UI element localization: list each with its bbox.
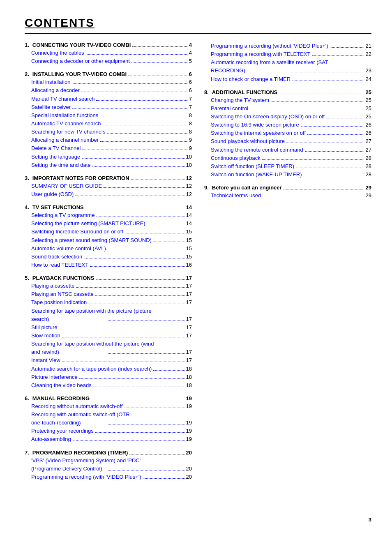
list-item: Automatic recording from a satellite rec…	[204, 58, 371, 75]
list-item: Cleaning the video heads18	[25, 381, 192, 390]
list-item: How to check or change a TIMER24	[204, 75, 371, 83]
section: 3.IMPORTANT NOTES FOR OPERATION12SUMMARY…	[25, 175, 192, 198]
list-item: Automatic volume control (AVL)15	[25, 244, 192, 253]
section-header: 1.CONNECTING YOUR TV-VIDEO COMBI4	[25, 42, 192, 48]
list-item: Automatic TV channel search8	[25, 120, 192, 128]
list-item: Programming a recording (without 'VIDEO …	[204, 42, 371, 50]
section-page: 6	[189, 71, 192, 77]
section-title: MANUAL RECORDING	[32, 395, 90, 401]
list-item: Selecting a TV programme14	[25, 211, 192, 219]
left-column: 1.CONNECTING YOUR TV-VIDEO COMBI4Connect…	[25, 42, 192, 487]
page-number: 3	[369, 517, 371, 523]
list-item: Setting the time and date10	[25, 161, 192, 169]
section-header: 3.IMPORTANT NOTES FOR OPERATION12	[25, 175, 192, 181]
section-title: IMPORTANT NOTES FOR OPERATION	[32, 175, 129, 181]
section-page: 25	[366, 89, 371, 95]
section: Programming a recording (without 'VIDEO …	[204, 42, 371, 83]
section-title: TV SET FUNCTIONS	[32, 204, 84, 210]
list-item: Special installation functions8	[25, 111, 192, 120]
section-title: INSTALLING YOUR TV-VIDEO COMBI	[32, 71, 127, 77]
section-number: 1.	[25, 42, 29, 48]
list-item: Recording with automatic switch-off (OTR…	[25, 410, 192, 427]
list-item: Automatic search for a tape position (in…	[25, 365, 192, 373]
section-number: 9.	[204, 184, 209, 191]
list-item: Switching the On-screen display (OSD) on…	[204, 113, 371, 121]
list-item: Parental control25	[204, 104, 371, 113]
section-header: 4.TV SET FUNCTIONS14	[25, 204, 192, 210]
list-item: Searching for tape position with the pic…	[25, 307, 192, 323]
section-page: 17	[186, 275, 192, 281]
section-header: 6.MANUAL RECORDING19	[25, 395, 192, 401]
list-item: Auto-assembling19	[25, 435, 192, 443]
list-item: Searching for new TV channels8	[25, 128, 192, 136]
list-item: Sound playback without picture27	[204, 137, 371, 145]
list-item: User guide (OSD)12	[25, 190, 192, 198]
list-item: Slow motion17	[25, 332, 192, 340]
list-item: Recording without automatic switch-off19	[25, 402, 192, 410]
list-item: Switching the internal speakers on or of…	[204, 129, 371, 137]
list-item: Playing a cassette17	[25, 282, 192, 290]
list-item: Allocating a decoder6	[25, 86, 192, 95]
section: 8.ADDITIONAL FUNCTIONS25Changing the TV …	[204, 89, 371, 179]
list-item: Selecting the picture setting (SMART PIC…	[25, 219, 192, 228]
list-item: Switching the remote control command27	[204, 146, 371, 154]
list-item: Protecting your recordings19	[25, 427, 192, 435]
list-item: Switch on function (WAKE-UP TIMER)28	[204, 171, 371, 179]
section: 7.PROGRAMMED RECORDING (TIMER)20'VPS' (V…	[25, 450, 192, 481]
list-item: How to read TELETEXT16	[25, 261, 192, 269]
list-item: Continuous playback28	[204, 154, 371, 162]
list-item: Manual TV channel search7	[25, 95, 192, 103]
section-number: 4.	[25, 204, 29, 210]
list-item: Allocating a channel number9	[25, 136, 192, 144]
list-item: Tape position indication17	[25, 298, 192, 307]
section-title: CONNECTING YOUR TV-VIDEO COMBI	[32, 42, 131, 48]
list-item: Picture interference18	[25, 373, 192, 381]
section-page: 12	[186, 175, 192, 181]
section-title: Before you call an engineer	[212, 184, 282, 191]
section-header: 7.PROGRAMMED RECORDING (TIMER)20	[25, 450, 192, 456]
list-item: Initial installation6	[25, 78, 192, 86]
list-item: Connecting a decoder or other equipment5	[25, 57, 192, 65]
section-page: 20	[186, 450, 192, 456]
section-number: 2.	[25, 71, 29, 77]
section-header: 8.ADDITIONAL FUNCTIONS25	[204, 89, 371, 95]
section-header: 5.PLAYBACK FUNCTIONS17	[25, 275, 192, 281]
list-item: Selecting a preset sound setting (SMART …	[25, 236, 192, 244]
list-item: Playing an NTSC cassette17	[25, 290, 192, 298]
section-page: 14	[186, 204, 192, 210]
list-item: Programming a recording with TELETEXT22	[204, 50, 371, 58]
list-item: Instant View17	[25, 356, 192, 364]
section-title: PROGRAMMED RECORDING (TIMER)	[32, 450, 128, 456]
list-item: SUMMARY OF USER GUIDE12	[25, 182, 192, 190]
section-number: 3.	[25, 175, 29, 181]
list-item: Setting the language10	[25, 153, 192, 161]
section: 6.MANUAL RECORDING19Recording without au…	[25, 395, 192, 444]
section-title: ADDITIONAL FUNCTIONS	[212, 89, 277, 95]
list-item: Sound track selection15	[25, 253, 192, 261]
list-item: Connecting the cables4	[25, 49, 192, 57]
section: 4.TV SET FUNCTIONS14Selecting a TV progr…	[25, 204, 192, 269]
section: 9.Before you call an engineer29Technical…	[204, 184, 371, 200]
section-number: 8.	[204, 89, 209, 95]
section-header: 9.Before you call an engineer29	[204, 184, 371, 191]
list-item: Still picture17	[25, 323, 192, 332]
list-item: 'VPS' (Video Programming System) and 'PD…	[25, 457, 192, 473]
list-item: Searching for tape position without the …	[25, 340, 192, 356]
list-item: Satellite receiver7	[25, 103, 192, 111]
section-number: 5.	[25, 275, 29, 281]
section-page: 19	[186, 395, 192, 401]
page-title: CONTENTS	[25, 16, 371, 30]
section-header: 2.INSTALLING YOUR TV-VIDEO COMBI6	[25, 71, 192, 77]
right-column: Programming a recording (without 'VIDEO …	[204, 42, 371, 487]
section: 5.PLAYBACK FUNCTIONS17Playing a cassette…	[25, 275, 192, 390]
section-title: PLAYBACK FUNCTIONS	[32, 275, 94, 281]
section-page: 4	[189, 42, 192, 48]
section-number: 6.	[25, 395, 29, 401]
list-item: Programming a recording (with 'VIDEO Plu…	[25, 473, 192, 481]
list-item: Switch off function (SLEEP TIMER)28	[204, 162, 371, 171]
list-item: Switching Incredible Surround on or off1…	[25, 228, 192, 236]
list-item: Changing the TV system25	[204, 96, 371, 104]
section-page: 29	[366, 184, 371, 191]
list-item: Technical terms used29	[204, 191, 371, 200]
list-item: Delete a TV Channel9	[25, 144, 192, 152]
